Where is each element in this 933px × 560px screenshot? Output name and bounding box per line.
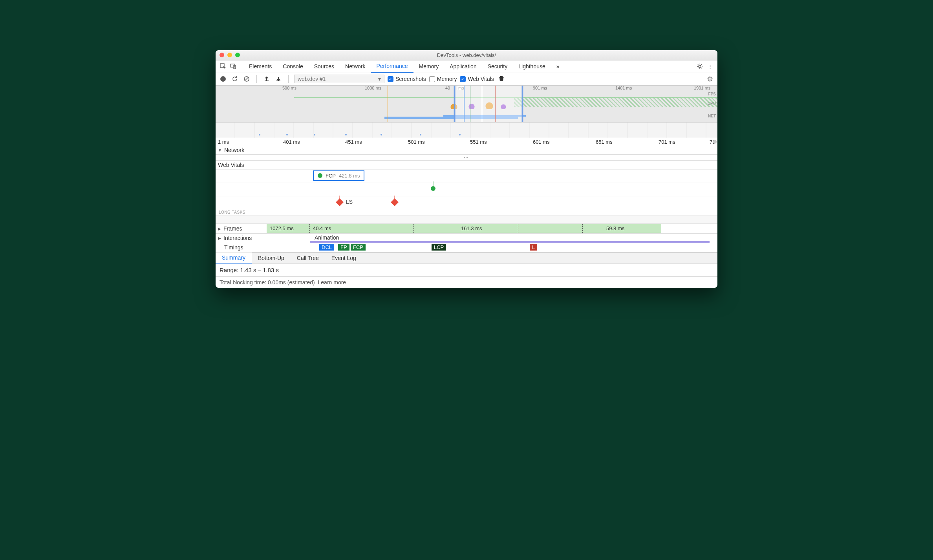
titlebar: DevTools - web.dev/vitals/ <box>216 50 717 60</box>
ruler-tick: 451 ms <box>345 139 362 145</box>
lane-label-net: NET <box>708 114 716 118</box>
frame-segment[interactable]: 161.3 ms <box>414 224 583 233</box>
summary-range: Range: 1.43 s – 1.83 s <box>220 267 713 273</box>
tab-lighthouse[interactable]: Lighthouse <box>513 60 551 73</box>
detail-tab-eventlog[interactable]: Event Log <box>325 253 362 264</box>
overview-tick: 1901 ms <box>694 86 710 90</box>
network-label: Network <box>224 147 244 153</box>
tab-performance[interactable]: Performance <box>371 60 413 73</box>
interactions-track-header[interactable]: ▶ Interactions Animation <box>216 234 717 243</box>
checkbox-icon: ✓ <box>388 76 393 82</box>
collapsed-indicator: ⋯ <box>216 155 717 161</box>
overview-tick: 40 <box>445 86 450 90</box>
tab-memory[interactable]: Memory <box>413 60 445 73</box>
minimize-icon[interactable] <box>227 53 232 57</box>
tbt-text: Total blocking time: 0.00ms (estimated) <box>220 279 315 285</box>
chevron-down-icon: ▾ <box>378 76 381 82</box>
network-track-header[interactable]: ▼ Network <box>216 146 717 155</box>
screenshot-filmstrip[interactable] <box>216 123 717 138</box>
ruler-tick: 1 ms <box>218 139 229 145</box>
lcp-marker[interactable] <box>431 186 435 191</box>
frame-segment[interactable]: 40.4 ms <box>310 224 414 233</box>
cpu-hatch <box>514 97 717 107</box>
detail-tab-bottomup[interactable]: Bottom-Up <box>252 253 291 264</box>
fcp-label: FCP <box>326 173 336 179</box>
ls-label: LS <box>346 199 353 205</box>
time-ruler[interactable]: 1 ms 401 ms 451 ms 501 ms 551 ms 601 ms … <box>216 138 717 146</box>
ruler-tick: 601 ms <box>533 139 550 145</box>
ls-marker[interactable] <box>336 198 344 206</box>
timing-badge-fp[interactable]: FP <box>338 244 349 251</box>
overview-tick: 901 ms <box>533 86 547 90</box>
settings-gear-icon[interactable] <box>706 75 714 83</box>
webvitals-lane: FCP 421.8 ms LS LONG TASKS <box>216 169 717 224</box>
webvitals-row-ls: LS <box>216 196 717 209</box>
tab-console[interactable]: Console <box>277 60 308 73</box>
summary-pane: Range: 1.43 s – 1.83 s <box>216 264 717 276</box>
tab-sources[interactable]: Sources <box>309 60 340 73</box>
viewport-handle-left[interactable] <box>454 86 456 122</box>
tab-security[interactable]: Security <box>482 60 513 73</box>
gear-icon[interactable] <box>695 63 705 70</box>
frame-segment[interactable]: 1072.5 ms <box>267 224 310 233</box>
frames-track-header[interactable]: ▶ Frames 1072.5 ms 40.4 ms 161.3 ms 59.8… <box>216 224 717 234</box>
close-icon[interactable] <box>220 53 224 57</box>
timings-track-header[interactable]: Timings DCL FP FCP LCP L <box>216 243 717 253</box>
frames-label: Frames <box>223 225 242 232</box>
checkbox-icon <box>429 76 435 82</box>
viewport-handle-right[interactable] <box>521 86 523 122</box>
overview-strip[interactable]: 500 ms 1000 ms 40 ms 901 ms 1401 ms 1901… <box>216 86 717 123</box>
detail-tab-calltree[interactable]: Call Tree <box>291 253 325 264</box>
delete-icon[interactable] <box>497 75 506 83</box>
ruler-tick: 651 ms <box>596 139 613 145</box>
tab-application[interactable]: Application <box>444 60 482 73</box>
memory-label: Memory <box>437 76 457 82</box>
svg-rect-8 <box>500 76 503 77</box>
perf-toolbar: web.dev #1 ▾ ✓ Screenshots Memory ✓ Web … <box>216 73 717 86</box>
tabs-overflow[interactable]: » <box>551 60 565 73</box>
memory-checkbox[interactable]: Memory <box>429 76 457 82</box>
fcp-marker[interactable]: FCP 421.8 ms <box>313 170 364 181</box>
timings-label: Timings <box>224 244 243 251</box>
tab-elements[interactable]: Elements <box>243 60 277 73</box>
reload-record-button[interactable] <box>231 75 239 83</box>
webvitals-checkbox[interactable]: ✓ Web Vitals <box>460 76 494 82</box>
save-profile-button[interactable] <box>274 75 283 83</box>
ls-marker[interactable] <box>391 198 399 206</box>
detail-tab-summary[interactable]: Summary <box>216 253 252 264</box>
window-controls <box>220 53 240 57</box>
zoom-icon[interactable] <box>235 53 240 57</box>
interaction-item[interactable]: Animation <box>315 234 339 241</box>
ruler-tick: 551 ms <box>470 139 487 145</box>
recording-select[interactable]: web.dev #1 ▾ <box>294 75 384 83</box>
timing-badge-fcp[interactable]: FCP <box>351 244 366 251</box>
load-profile-button[interactable] <box>262 75 271 83</box>
webvitals-track-header[interactable]: Web Vitals <box>216 161 717 169</box>
window-title: DevTools - web.dev/vitals/ <box>216 52 717 58</box>
chevron-right-icon: ▶ <box>218 236 221 240</box>
detail-tabs: Summary Bottom-Up Call Tree Event Log <box>216 253 717 264</box>
ruler-tick: 701 ms <box>659 139 675 145</box>
divider <box>241 62 241 70</box>
learn-more-link[interactable]: Learn more <box>318 279 346 285</box>
timing-badge-dcl[interactable]: DCL <box>319 244 334 251</box>
marker-line <box>388 86 388 122</box>
inspect-icon[interactable] <box>218 63 228 70</box>
overview-viewport[interactable] <box>454 86 523 122</box>
record-button[interactable] <box>219 75 227 83</box>
scrollbar-thumb[interactable] <box>713 140 717 144</box>
interaction-bar[interactable] <box>310 241 710 243</box>
tab-network[interactable]: Network <box>340 60 371 73</box>
kebab-icon[interactable]: ⋮ <box>705 64 715 70</box>
webvitals-row-fcp: FCP 421.8 ms <box>216 169 717 183</box>
clear-button[interactable] <box>242 75 251 83</box>
ruler-tick: 401 ms <box>283 139 300 145</box>
timing-badge-l[interactable]: L <box>530 244 537 251</box>
frames-track[interactable]: 1072.5 ms 40.4 ms 161.3 ms 59.8 ms <box>267 224 710 233</box>
screenshots-checkbox[interactable]: ✓ Screenshots <box>388 76 426 82</box>
frame-segment[interactable]: 59.8 ms <box>583 224 661 233</box>
panel-tabs: Elements Console Sources Network Perform… <box>216 60 717 73</box>
device-toggle-icon[interactable] <box>228 63 238 70</box>
timing-badge-lcp[interactable]: LCP <box>432 244 446 251</box>
overview-tick: 1000 ms <box>365 86 381 90</box>
